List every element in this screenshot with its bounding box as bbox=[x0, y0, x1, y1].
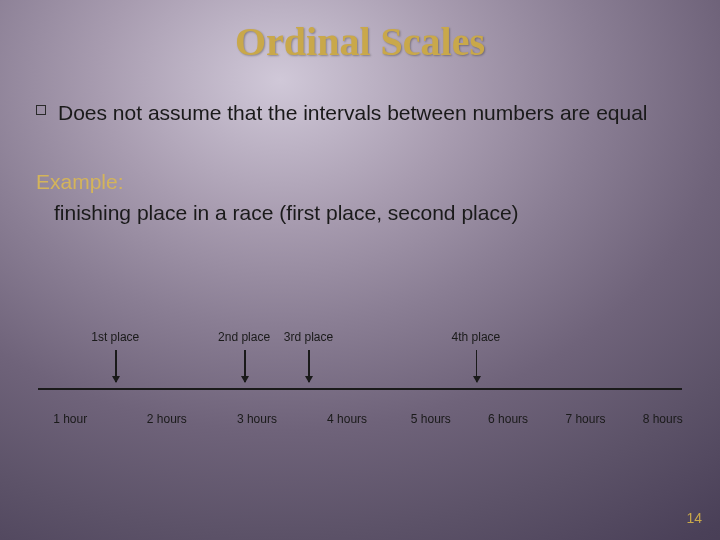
hour-label: 3 hours bbox=[237, 412, 277, 426]
axis-line bbox=[38, 388, 682, 390]
place-label: 2nd place bbox=[218, 330, 270, 344]
example-label: Example: bbox=[36, 167, 684, 197]
hour-label: 4 hours bbox=[327, 412, 367, 426]
slide-title: Ordinal Scales bbox=[0, 0, 720, 65]
hour-label: 6 hours bbox=[488, 412, 528, 426]
place-label: 4th place bbox=[452, 330, 501, 344]
hours-row: 1 hour2 hours3 hours4 hours5 hours6 hour… bbox=[38, 412, 682, 430]
place-label: 3rd place bbox=[284, 330, 333, 344]
bullet-item: Does not assume that the intervals betwe… bbox=[36, 99, 684, 127]
hour-label: 8 hours bbox=[643, 412, 683, 426]
place-label: 1st place bbox=[91, 330, 139, 344]
arrow-down-icon bbox=[115, 350, 117, 382]
hour-label: 5 hours bbox=[411, 412, 451, 426]
hour-label: 2 hours bbox=[147, 412, 187, 426]
arrow-down-icon bbox=[244, 350, 246, 382]
bullet-marker-icon bbox=[36, 105, 46, 115]
hour-label: 1 hour bbox=[53, 412, 87, 426]
arrow-down-icon bbox=[308, 350, 310, 382]
places-row: 1st place2nd place3rd place4th place bbox=[38, 330, 682, 348]
slide-content: Does not assume that the intervals betwe… bbox=[0, 65, 720, 228]
example-block: Example: finishing place in a race (firs… bbox=[36, 167, 684, 228]
example-body: finishing place in a race (first place, … bbox=[36, 198, 684, 228]
hour-label: 7 hours bbox=[565, 412, 605, 426]
ordinal-diagram: 1st place2nd place3rd place4th place 1 h… bbox=[38, 330, 682, 470]
arrow-down-icon bbox=[476, 350, 478, 382]
page-number: 14 bbox=[686, 510, 702, 526]
bullet-text: Does not assume that the intervals betwe… bbox=[58, 99, 648, 127]
